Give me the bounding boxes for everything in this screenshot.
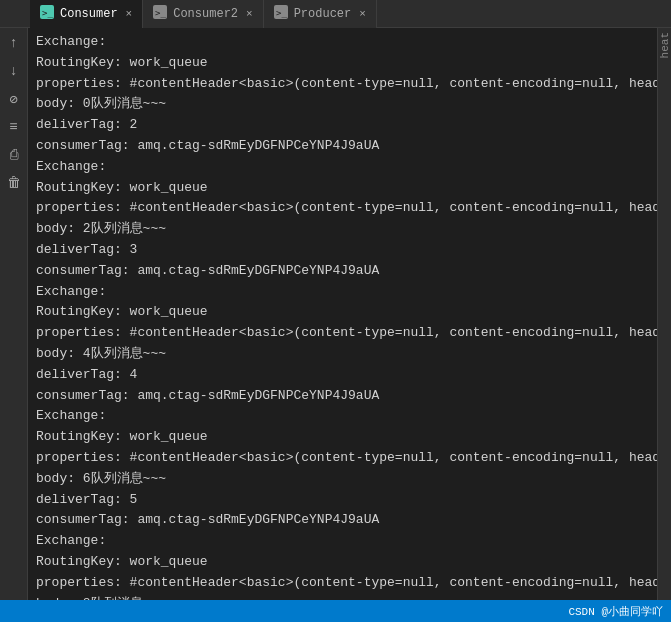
toolbar: ↑↓⊘≡⎙🗑 (0, 28, 28, 600)
console-line: deliverTag: 2 (36, 115, 649, 136)
status-text: CSDN @小曲同学吖 (568, 604, 663, 619)
tab-consumer2[interactable]: >_ Consumer2× (143, 0, 263, 28)
tab-label: Consumer (60, 7, 118, 21)
tab-close-icon[interactable]: × (246, 8, 253, 20)
scroll-down-button[interactable]: ↓ (3, 60, 25, 82)
settings-button[interactable]: ≡ (3, 116, 25, 138)
right-panel: heat (657, 28, 671, 600)
status-bar: CSDN @小曲同学吖 (0, 600, 671, 622)
console-line: consumerTag: amq.ctag-sdRmEyDGFNPCeYNP4J… (36, 510, 649, 531)
clear-button[interactable]: ⊘ (3, 88, 25, 110)
console-line: deliverTag: 4 (36, 365, 649, 386)
tab-label: Producer (294, 7, 352, 21)
svg-text:>_: >_ (276, 8, 287, 18)
console-line: deliverTag: 5 (36, 490, 649, 511)
console-line: consumerTag: amq.ctag-sdRmEyDGFNPCeYNP4J… (36, 261, 649, 282)
console-line: properties: #contentHeader<basic>(conten… (36, 74, 649, 95)
console-line: Exchange: (36, 282, 649, 303)
console-line: body: 6队列消息~~~ (36, 469, 649, 490)
console-line: Exchange: (36, 406, 649, 427)
svg-text:>_: >_ (42, 8, 53, 18)
console-line: properties: #contentHeader<basic>(conten… (36, 323, 649, 344)
console-line: RoutingKey: work_queue (36, 178, 649, 199)
console-line: deliverTag: 3 (36, 240, 649, 261)
console-line: properties: #contentHeader<basic>(conten… (36, 198, 649, 219)
tab-label: Consumer2 (173, 7, 238, 21)
print-button[interactable]: ⎙ (3, 144, 25, 166)
console-line: body: 0队列消息~~~ (36, 94, 649, 115)
terminal-icon: >_ (40, 5, 54, 23)
delete-button[interactable]: 🗑 (3, 172, 25, 194)
console-line: consumerTag: amq.ctag-sdRmEyDGFNPCeYNP4J… (36, 386, 649, 407)
console-output[interactable]: Exchange: RoutingKey: work_queueproperti… (28, 28, 657, 600)
console-line: properties: #contentHeader<basic>(conten… (36, 573, 649, 594)
terminal-icon: >_ (274, 5, 288, 23)
console-line: RoutingKey: work_queue (36, 552, 649, 573)
terminal-icon: >_ (153, 5, 167, 23)
tab-close-icon[interactable]: × (126, 8, 133, 20)
console-line: consumerTag: amq.ctag-sdRmEyDGFNPCeYNP4J… (36, 136, 649, 157)
console-line: body: 4队列消息~~~ (36, 344, 649, 365)
console-line: RoutingKey: work_queue (36, 302, 649, 323)
console-line: body: 2队列消息~~~ (36, 219, 649, 240)
console-line: RoutingKey: work_queue (36, 53, 649, 74)
scroll-up-button[interactable]: ↑ (3, 32, 25, 54)
console-line: RoutingKey: work_queue (36, 427, 649, 448)
tab-close-icon[interactable]: × (359, 8, 366, 20)
console-line: Exchange: (36, 32, 649, 53)
console-line: Exchange: (36, 531, 649, 552)
svg-text:>_: >_ (155, 8, 166, 18)
tab-bar: >_ Consumer× >_ Consumer2× >_ Producer× (0, 0, 671, 28)
tab-producer[interactable]: >_ Producer× (264, 0, 377, 28)
console-line: Exchange: (36, 157, 649, 178)
heat-top-label[interactable]: heat (659, 32, 671, 58)
console-line: properties: #contentHeader<basic>(conten… (36, 448, 649, 469)
tab-consumer[interactable]: >_ Consumer× (30, 0, 143, 28)
